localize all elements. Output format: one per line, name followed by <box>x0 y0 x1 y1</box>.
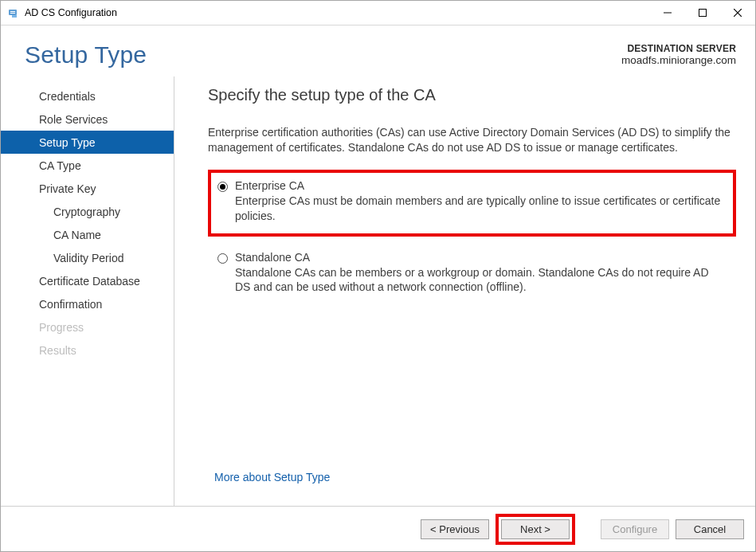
sidebar-item-results: Results <box>1 339 174 362</box>
sidebar-item-validity-period[interactable]: Validity Period <box>1 246 174 269</box>
option-standalone-ca[interactable]: Standalone CAStandalone CAs can be membe… <box>208 241 736 308</box>
option-text: Standalone CAStandalone CAs can be membe… <box>235 251 727 296</box>
window-controls <box>650 1 755 25</box>
svg-rect-5 <box>699 9 707 16</box>
close-button[interactable] <box>720 1 755 24</box>
titlebar: AD CS Configuration <box>1 1 755 25</box>
option-title: Enterprise CA <box>235 179 727 192</box>
option-description: Enterprise CAs must be domain members an… <box>235 194 727 224</box>
cancel-button[interactable]: Cancel <box>676 519 744 539</box>
content-intro: Enterprise certification authorities (CA… <box>208 125 736 155</box>
window-title: AD CS Configuration <box>25 7 117 18</box>
footer: < Previous Next > Configure Cancel <box>1 506 755 551</box>
header: Setup Type DESTINATION SERVER moadfs.min… <box>1 25 755 76</box>
option-description: Standalone CAs can be members or a workg… <box>235 265 727 296</box>
next-button[interactable]: Next > <box>501 519 570 539</box>
app-icon <box>7 6 20 19</box>
destination-block: DESTINATION SERVER moadfs.miniorange.com <box>621 41 736 66</box>
sidebar: CredentialsRole ServicesSetup TypeCA Typ… <box>1 76 174 506</box>
page-title: Setup Type <box>25 41 147 69</box>
option-text: Enterprise CAEnterprise CAs must be doma… <box>235 179 727 224</box>
svg-rect-0 <box>9 10 17 15</box>
radio-standalone-ca[interactable] <box>217 253 229 264</box>
option-enterprise-ca[interactable]: Enterprise CAEnterprise CAs must be doma… <box>208 170 736 237</box>
svg-rect-1 <box>10 11 15 12</box>
radio-enterprise-ca[interactable] <box>217 182 229 193</box>
sidebar-item-ca-type[interactable]: CA Type <box>1 154 174 177</box>
sidebar-item-private-key[interactable]: Private Key <box>1 177 174 200</box>
previous-button[interactable]: < Previous <box>421 519 489 539</box>
more-link[interactable]: More about Setup Type <box>208 471 736 506</box>
next-button-highlight: Next > <box>496 514 575 545</box>
body: CredentialsRole ServicesSetup TypeCA Typ… <box>1 76 755 506</box>
content-heading: Specify the setup type of the CA <box>208 86 736 104</box>
minimize-button[interactable] <box>650 1 685 24</box>
sidebar-item-role-services[interactable]: Role Services <box>1 108 174 131</box>
sidebar-item-cryptography[interactable]: Cryptography <box>1 200 174 223</box>
destination-label: DESTINATION SERVER <box>621 43 736 54</box>
sidebar-item-progress: Progress <box>1 315 174 339</box>
svg-rect-2 <box>10 13 15 14</box>
maximize-button[interactable] <box>685 1 720 24</box>
option-title: Standalone CA <box>235 251 727 264</box>
options-container: Enterprise CAEnterprise CAs must be doma… <box>208 170 736 313</box>
svg-rect-3 <box>12 15 17 18</box>
sidebar-item-setup-type[interactable]: Setup Type <box>1 131 174 154</box>
sidebar-item-ca-name[interactable]: CA Name <box>1 223 174 246</box>
content: Specify the setup type of the CA Enterpr… <box>174 76 736 506</box>
wizard-window: AD CS Configuration Setup Type DESTINATI… <box>0 0 756 552</box>
sidebar-item-confirmation[interactable]: Confirmation <box>1 292 174 315</box>
configure-button[interactable]: Configure <box>601 519 669 539</box>
sidebar-item-certificate-database[interactable]: Certificate Database <box>1 269 174 292</box>
sidebar-item-credentials[interactable]: Credentials <box>1 84 174 108</box>
destination-server: moadfs.miniorange.com <box>621 54 736 66</box>
